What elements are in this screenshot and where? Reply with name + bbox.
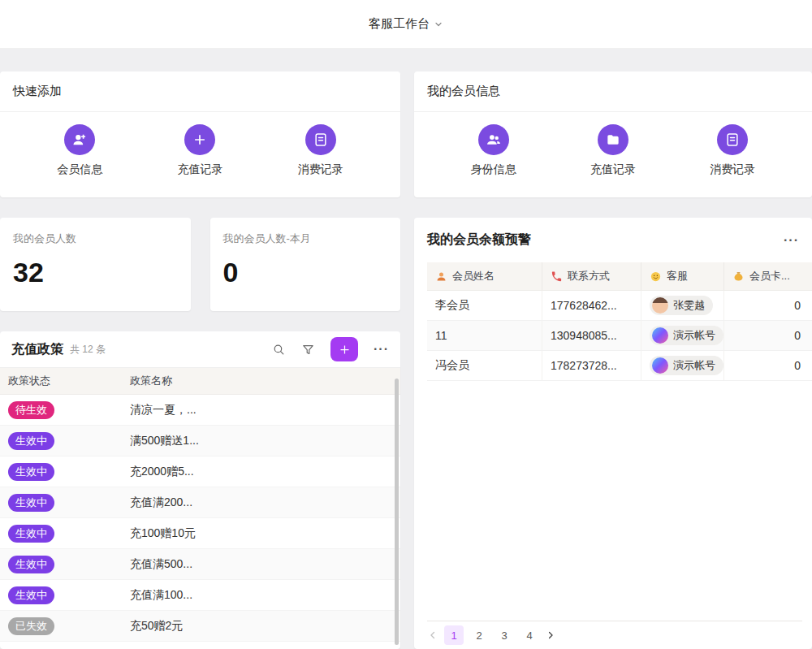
status-badge: 生效中 [8,525,54,543]
app-header: 客服工作台 [0,0,812,49]
quick-item-label: 身份信息 [471,162,516,177]
policy-table-header: 政策状态 政策名称 [0,368,400,395]
status-badge: 生效中 [8,432,54,450]
policy-name: 充100赠10元 [130,526,400,541]
recharge-policy-card: 充值政策 共 12 条 ··· 政策状态 政策名称 [0,331,400,649]
card-title: 快速添加 [13,84,62,99]
status-badge: 已失效 [8,617,54,635]
identity-info-button[interactable]: 身份信息 [471,124,516,177]
agent-tag: 演示帐号 [650,326,723,345]
table-bottom-divider [427,621,802,621]
smiley-icon [650,270,662,283]
chevron-down-icon [434,19,443,29]
member-count-card: 我的会员人数 32 [0,218,191,311]
agent-tag: 张雯越 [650,296,713,315]
quick-item-label: 消费记录 [710,162,755,177]
table-row[interactable]: 生效中 满500赠送1... [0,426,400,456]
column-header-member-name: 会员姓名 [427,262,542,290]
policy-name: 充50赠2元 [130,619,400,634]
card-title: 我的会员信息 [427,84,500,99]
column-header-status: 政策状态 [0,374,130,388]
right-column: 我的会员信息 身份信息 充值记录 [414,71,812,649]
plus-icon [339,344,351,356]
balance-warning-card: 我的会员余额预警 ··· 会员姓名 联系方式 客服 会员卡. [414,218,812,649]
agent-tag: 演示帐号 [650,356,723,375]
quick-add-actions: 会员信息 充值记录 消费记录 [0,112,400,177]
quick-item-label: 消费记录 [298,162,343,177]
left-column: 快速添加 会员信息 充值记录 [0,71,400,649]
stats-row: 我的会员人数 32 我的会员人数-本月 0 [0,218,400,311]
folder-icon [598,124,628,155]
status-badge: 待生效 [8,401,54,419]
quick-add-recharge-button[interactable]: 充值记录 [177,124,222,177]
search-icon[interactable] [272,343,286,357]
quick-add-member-button[interactable]: 会员信息 [57,124,102,177]
table-row[interactable]: 已失效 充50赠2元 [0,611,400,642]
balance-value: 0 [724,321,812,350]
document-icon [717,124,748,155]
pagination: 1 2 3 4 [427,625,556,645]
toolbar-actions: ··· [272,337,389,361]
status-badge: 生效中 [8,556,54,573]
quick-add-consume-button[interactable]: 消费记录 [298,124,343,177]
record-count: 共 12 条 [70,343,106,357]
member-add-icon [64,124,95,155]
prev-page-icon[interactable] [427,630,438,641]
member-phone: 130948085... [542,321,641,350]
balance-warning-header: 我的会员余额预警 ··· [414,218,812,262]
workspace-title-dropdown[interactable]: 客服工作台 [369,16,443,32]
avatar [652,297,668,314]
warning-table-body: 李会员 177628462... 张雯越 0 11 130948085... [414,291,812,381]
plus-icon [184,124,215,155]
avatar [652,327,668,344]
status-badge: 生效中 [8,463,54,481]
stat-value: 32 [13,258,178,286]
page-title: 客服工作台 [369,16,430,32]
quick-item-label: 充值记录 [590,162,636,177]
agent-name: 演示帐号 [673,328,715,343]
policy-table-body: 待生效 清凉一夏，... 生效中 满500赠送1... 生效中 充2000赠5.… [0,395,400,642]
table-row[interactable]: 生效中 充值满100... [0,580,400,611]
page-button-3[interactable]: 3 [495,625,514,645]
quick-add-header: 快速添加 [0,71,400,112]
filter-icon[interactable] [301,343,315,357]
my-member-info-card: 我的会员信息 身份信息 充值记录 [414,71,812,197]
more-menu-icon[interactable]: ··· [784,234,799,247]
person-icon [435,270,447,283]
status-badge: 生效中 [8,494,54,512]
table-row[interactable]: 生效中 充100赠10元 [0,518,400,549]
table-row[interactable]: 生效中 充2000赠5... [0,456,400,487]
page-button-4[interactable]: 4 [520,625,539,645]
workspace-page: 客服工作台 快速添加 会员信息 充值记录 [0,0,812,649]
table-row[interactable]: 待生效 清凉一夏，... [0,395,400,426]
balance-value: 0 [724,291,812,320]
table-row[interactable]: 11 130948085... 演示帐号 0 [427,321,812,351]
table-row[interactable]: 李会员 177628462... 张雯越 0 [427,291,812,321]
column-header-contact: 联系方式 [542,262,641,290]
member-info-actions: 身份信息 充值记录 消费记录 [414,112,812,177]
page-button-2[interactable]: 2 [469,625,489,645]
next-page-icon[interactable] [545,630,556,641]
add-record-button[interactable] [330,337,358,361]
card-title: 充值政策 [11,341,63,358]
page-button-1[interactable]: 1 [444,625,464,645]
consume-records-button[interactable]: 消费记录 [710,124,755,177]
more-menu-icon[interactable]: ··· [374,343,389,356]
quick-add-card: 快速添加 会员信息 充值记录 [0,71,400,197]
member-phone: 178273728... [542,351,641,380]
table-row[interactable]: 冯会员 178273728... 演示帐号 0 [427,351,812,381]
table-row[interactable]: 生效中 充值满500... [0,549,400,580]
column-header-name: 政策名称 [130,374,400,388]
vertical-scrollbar[interactable] [395,379,399,645]
recharge-records-button[interactable]: 充值记录 [590,124,636,177]
policy-name: 清凉一夏，... [130,403,400,418]
member-phone: 177628462... [542,291,641,320]
member-count-month-card: 我的会员人数-本月 0 [210,218,401,311]
stat-label: 我的会员人数 [13,231,178,246]
member-name: 11 [427,321,542,350]
stat-value: 0 [223,258,388,286]
table-row[interactable]: 生效中 充值满200... [0,487,400,518]
avatar [652,357,668,374]
policy-name: 充值满100... [130,588,400,603]
agent-name: 张雯越 [673,298,705,313]
